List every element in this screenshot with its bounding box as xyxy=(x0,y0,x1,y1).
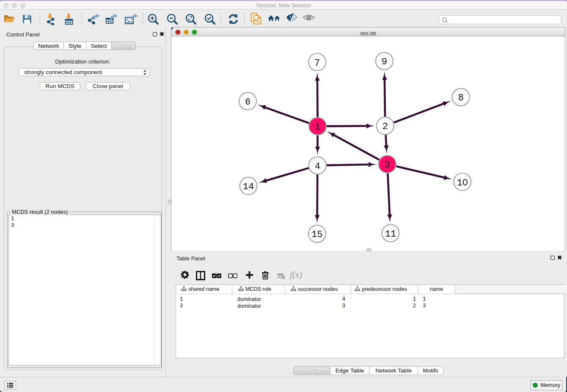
svg-text:2: 2 xyxy=(383,121,388,132)
svg-text:10: 10 xyxy=(457,177,468,188)
svg-text:3: 3 xyxy=(385,160,390,171)
svg-text:7: 7 xyxy=(314,58,320,69)
svg-text:1: 1 xyxy=(315,122,320,133)
svg-text:8: 8 xyxy=(458,93,464,103)
svg-text:11: 11 xyxy=(385,229,396,240)
svg-text:14: 14 xyxy=(243,182,254,192)
svg-text:6: 6 xyxy=(245,97,250,108)
svg-text:4: 4 xyxy=(315,161,320,172)
svg-text:15: 15 xyxy=(311,229,322,240)
svg-text:9: 9 xyxy=(382,57,387,67)
